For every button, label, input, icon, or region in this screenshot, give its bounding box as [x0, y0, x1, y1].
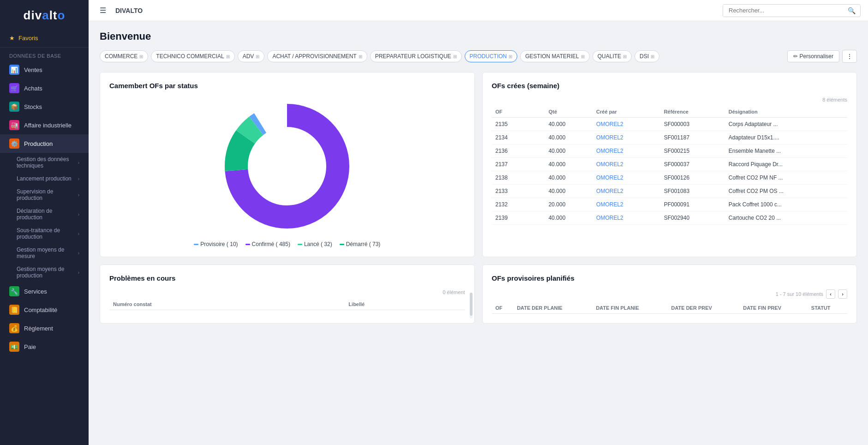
tab-commerce[interactable]: COMMERCE ⊞: [100, 50, 148, 62]
sidebar-item-services[interactable]: 🔧 Services: [0, 282, 89, 301]
of-number: 2136: [492, 144, 531, 158]
qty: 40.000: [545, 171, 593, 185]
cree-par: OMOREL2: [593, 118, 660, 131]
services-icon: 🔧: [9, 286, 19, 296]
sidebar-item-paie[interactable]: 💵 Paie: [0, 337, 89, 356]
sidebar-item-comptabilite[interactable]: 📒 Comptabilité: [0, 301, 89, 319]
sidebar-sub-supervision[interactable]: Supervision de production›: [0, 185, 89, 204]
designation: Coffret CO2 PM NF ...: [725, 171, 847, 185]
sidebar-sub-gestion-donnees[interactable]: Gestion des données techniques›: [0, 153, 89, 172]
content-area: Bienvenue COMMERCE ⊞ TECHNICO COMMERCIAL…: [89, 21, 868, 445]
designation: Raccord Piquage Dr...: [725, 158, 847, 171]
pagination-prev-button[interactable]: ‹: [826, 289, 835, 299]
legend-provisoire: Provisoire ( 10): [194, 241, 238, 247]
cree-par: OMOREL2: [593, 211, 660, 225]
sidebar-sub-moyens-prod[interactable]: Gestion moyens de production›: [0, 263, 89, 282]
pagination-text: 1 - 7 sur 10 éléments: [776, 291, 823, 297]
col-qte: Qté: [545, 106, 593, 118]
of-number: 2138: [492, 171, 531, 185]
tab-qualite[interactable]: QUALITE ⊞: [593, 50, 632, 62]
table-row: 2138 40.000 OMOREL2 SF000126 Coffret CO2…: [492, 171, 848, 185]
cree-par: OMOREL2: [593, 171, 660, 185]
col-date-fin-prev: DATE FIN PREV: [739, 302, 808, 314]
cree-par: OMOREL2: [593, 158, 660, 171]
qty: 40.000: [545, 211, 593, 225]
affaire-label: Affaire industrielle: [24, 122, 72, 129]
col-date-der-prev: DATE DER PREV: [667, 302, 739, 314]
ofs-provisoires-title: OFs provisoires planifiés: [492, 274, 848, 282]
paie-icon: 💵: [9, 342, 19, 352]
pagination-info: 1 - 7 sur 10 éléments ‹ ›: [492, 289, 848, 299]
svg-point-4: [259, 138, 315, 194]
logo: divalto: [0, 0, 89, 31]
stocks-label: Stocks: [24, 103, 42, 110]
designation: Pack Coffret 1000 c...: [725, 198, 847, 211]
card-problemes: Problèmes en cours 0 élément Numéro cons…: [100, 265, 475, 324]
tab-adv[interactable]: ADV ⊞: [238, 50, 265, 62]
search-input[interactable]: [723, 5, 843, 16]
sidebar-item-stocks[interactable]: 📦 Stocks: [0, 97, 89, 116]
cree-par: OMOREL2: [593, 185, 660, 198]
of-number: 2132: [492, 198, 531, 211]
sidebar-item-reglement[interactable]: 💰 Règlement: [0, 319, 89, 337]
pagination-next-button[interactable]: ›: [838, 289, 847, 299]
ofs-crees-title: OFs crées (semaine): [492, 82, 848, 90]
favorites-label: Favoris: [18, 35, 38, 42]
menu-toggle-button[interactable]: ☰: [96, 4, 110, 17]
sidebar-sub-mesure[interactable]: Gestion moyens de mesure›: [0, 243, 89, 263]
sidebar-section-donnees[interactable]: Données de Base: [0, 48, 89, 60]
ventes-icon: 📊: [9, 65, 19, 75]
col-empty: [530, 106, 545, 118]
ventes-label: Ventes: [24, 66, 42, 73]
of-number: 2139: [492, 211, 531, 225]
topbar-title: DIVALTO: [115, 7, 143, 14]
col-of-prov: OF: [492, 302, 514, 314]
sidebar-item-ventes[interactable]: 📊 Ventes: [0, 60, 89, 79]
tab-technico[interactable]: TECHNICO COMMERCIAL ⊞: [151, 50, 234, 62]
ofs-crees-table: OF Qté Créé par Référence Désignation 21…: [492, 106, 848, 225]
ref: PF000091: [660, 198, 725, 211]
sidebar-sub-sous-traitance[interactable]: Sous-traitance de production›: [0, 224, 89, 243]
card-camembert: Camembert OFs par status: [100, 72, 475, 257]
ofs-crees-count: 8 éléments: [492, 97, 848, 102]
qty: 20.000: [545, 198, 593, 211]
problemes-table: Numéro constat Libellé: [109, 299, 465, 310]
pie-legend: Provisoire ( 10) Confirmé ( 485) Lancé (…: [194, 241, 380, 247]
of-number: 2133: [492, 185, 531, 198]
tab-dsi[interactable]: DSI ⊞: [635, 50, 659, 62]
tab-gestion[interactable]: GESTION MATERIEL ⊞: [520, 50, 589, 62]
customize-button[interactable]: ✏ Personnaliser: [787, 50, 839, 62]
favorites-item[interactable]: ★ Favoris: [0, 31, 89, 48]
qty: 40.000: [545, 131, 593, 144]
comptabilite-label: Comptabilité: [24, 307, 57, 313]
sidebar-sub-lancement[interactable]: Lancement production›: [0, 172, 89, 185]
designation: Cartouche CO2 20 ...: [725, 211, 847, 225]
sidebar-sub-declaration[interactable]: Déclaration de production›: [0, 204, 89, 224]
production-label: Production: [24, 140, 53, 147]
col-ref: Référence: [660, 106, 725, 118]
col-date-fin-planie: DATE FIN PLANIE: [592, 302, 667, 314]
table-row: 2137 40.000 OMOREL2 SF000037 Raccord Piq…: [492, 158, 848, 171]
table-row: 2132 20.000 OMOREL2 PF000091 Pack Coffre…: [492, 198, 848, 211]
star-icon: ★: [9, 35, 15, 42]
scrollbar-track: [470, 293, 473, 319]
tab-bar: COMMERCE ⊞ TECHNICO COMMERCIAL ⊞ ADV ⊞ A…: [100, 50, 857, 63]
cree-par: OMOREL2: [593, 144, 660, 158]
sidebar-item-production[interactable]: ⚙️ Production: [0, 134, 89, 153]
scrollbar-thumb: [470, 293, 473, 316]
designation: Ensemble Manette ...: [725, 144, 847, 158]
tab-preparateur[interactable]: PREPARATEUR LOGISTIQUE ⊞: [370, 50, 462, 62]
tab-production[interactable]: PRODUCTION ⊞: [465, 50, 518, 62]
card-ofs-crees: OFs crées (semaine) 8 éléments OF Qté Cr…: [482, 72, 857, 257]
comptabilite-icon: 📒: [9, 305, 19, 315]
cree-par: OMOREL2: [593, 131, 660, 144]
more-button[interactable]: ⋮: [842, 50, 857, 63]
sidebar-item-achats[interactable]: 🛒 Achats: [0, 79, 89, 97]
sidebar-item-affaire[interactable]: 🏭 Affaire industrielle: [0, 116, 89, 134]
of-number: 2135: [492, 118, 531, 131]
qty: 40.000: [545, 118, 593, 131]
achats-label: Achats: [24, 85, 42, 92]
tab-achat[interactable]: ACHAT / APPROVISIONNEMENT ⊞: [267, 50, 367, 62]
stocks-icon: 📦: [9, 102, 19, 112]
search-button[interactable]: 🔍: [843, 5, 860, 17]
